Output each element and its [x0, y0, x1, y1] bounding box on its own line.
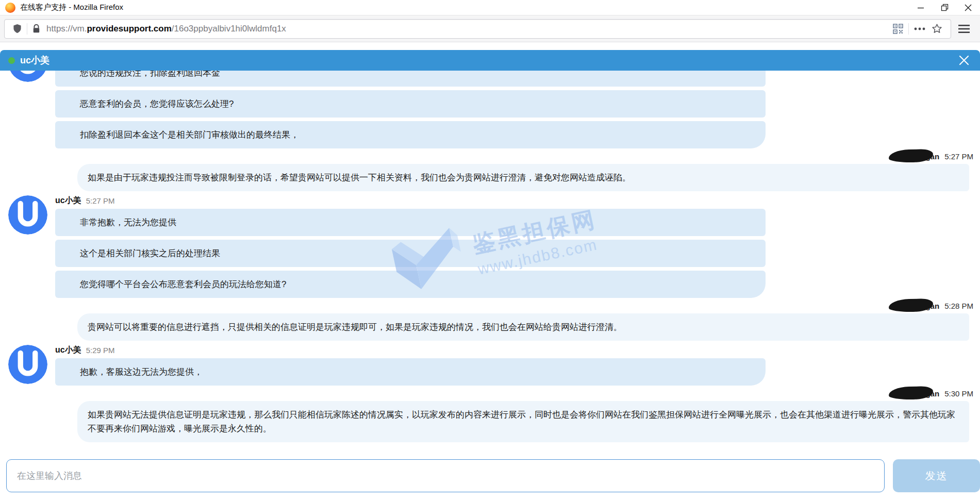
url-path: /16o3ppbyalbiv1hi0lwldmfq1x: [172, 24, 286, 34]
visitor-message-bubble: 如果贵网站无法提供信息证明是玩家违规，那么我们只能相信玩家陈述的情况属实，以玩家…: [77, 401, 969, 442]
agent-message-bubble: 非常抱歉，无法为您提供: [55, 209, 766, 236]
agent-message-group: uc小美 5:27 PM 非常抱歉，无法为您提供 这个是相关部门核实之后的处理结…: [0, 194, 980, 298]
visitor-timestamp: 5:27 PM: [944, 152, 973, 161]
restore-button[interactable]: [933, 0, 956, 15]
window-title: 在线客户支持 - Mozilla Firefox: [20, 3, 909, 12]
agent-message-bubble: 您说的违规投注，扣除盈利退回本金: [55, 71, 766, 87]
chat-agent-name: uc小美: [20, 54, 956, 66]
composer-bar: 发送: [0, 456, 980, 500]
visitor-message-group: dinghaigan 5:28 PM 贵网站可以将重要的信息进行遮挡，只提供相关…: [77, 300, 969, 341]
minimize-button[interactable]: [909, 0, 933, 15]
visitor-message-group: dinghaigan 5:27 PM 如果是由于玩家违规投注而导致被限制登录的话…: [77, 151, 969, 191]
agent-message-bubble: 抱歉，客服这边无法为您提供，: [55, 358, 766, 386]
url-scheme: https://vm.: [46, 24, 87, 34]
visitor-message-bubble: 贵网站可以将重要的信息进行遮挡，只提供相关的信息证明是玩家违规即可，如果是玩家违…: [77, 313, 969, 341]
agent-message-bubble: 您觉得哪个平台会公布恶意套利会员的玩法给您知道?: [55, 271, 766, 298]
online-status-dot: [8, 57, 15, 64]
address-bar[interactable]: https://vm.providesupport.com/16o3ppbyal…: [4, 19, 951, 39]
agent-message-bubble: 扣除盈利退回本金这个是相关部门审核做出的最终结果，: [55, 121, 766, 148]
agent-avatar-u-logo: [8, 345, 47, 384]
agent-avatar-u-logo: [8, 195, 47, 235]
agent-name: uc小美: [55, 345, 81, 356]
agent-message-group: uc小美 5:29 PM 抱歉，客服这边无法为您提供，: [0, 344, 980, 386]
agent-message-group: 您说的违规投注，扣除盈利退回本金 恶意套利的会员，您觉得应该怎么处理? 扣除盈利…: [0, 71, 980, 148]
lock-icon[interactable]: [29, 24, 43, 34]
qr-code-icon[interactable]: [890, 24, 906, 34]
browser-titlebar: 在线客户支持 - Mozilla Firefox: [0, 0, 980, 15]
redaction-scribble: [889, 386, 934, 399]
close-window-button[interactable]: [956, 0, 980, 15]
visitor-name: dinghaigan: [897, 302, 940, 310]
page-actions-dots-icon[interactable]: [911, 27, 928, 30]
url-text: https://vm.providesupport.com/16o3ppbyal…: [46, 24, 890, 34]
redaction-scribble: [889, 298, 934, 312]
visitor-name: dinghaigan: [897, 152, 940, 161]
chat-header: uc小美: [0, 50, 980, 71]
menu-hamburger-icon[interactable]: [951, 24, 976, 34]
firefox-icon: [5, 3, 15, 13]
url-domain: providesupport.com: [87, 24, 171, 34]
agent-timestamp: 5:27 PM: [86, 196, 115, 205]
visitor-message-bubble: 如果是由于玩家违规投注而导致被限制登录的话，希望贵网站可以提供一下相关资料，我们…: [77, 164, 969, 191]
visitor-name: dinghaigan: [897, 389, 940, 398]
agent-name: uc小美: [55, 195, 81, 206]
bookmark-star-icon[interactable]: [928, 23, 945, 34]
visitor-message-group: dinghaigan 5:30 PM 如果贵网站无法提供信息证明是玩家违规，那么…: [77, 388, 969, 442]
visitor-timestamp: 5:30 PM: [944, 389, 973, 398]
agent-message-bubble: 恶意套利的会员，您觉得应该怎么处理?: [55, 90, 766, 118]
tracking-protection-shield-icon[interactable]: [10, 24, 25, 34]
chat-close-button[interactable]: [956, 53, 972, 68]
browser-toolbar: https://vm.providesupport.com/16o3ppbyal…: [0, 15, 980, 42]
message-input[interactable]: [6, 459, 885, 492]
send-button[interactable]: 发送: [893, 459, 980, 492]
visitor-timestamp: 5:28 PM: [944, 302, 973, 310]
agent-message-bubble: 这个是相关部门核实之后的处理结果: [55, 240, 766, 267]
agent-avatar-u-logo: [8, 71, 47, 82]
agent-timestamp: 5:29 PM: [86, 346, 115, 355]
redaction-scribble: [889, 148, 934, 162]
chat-message-area[interactable]: 鉴黑担保网 www.jhdb8.com 您说的违规投注，扣除盈利退回本金 恶意套…: [0, 71, 980, 456]
